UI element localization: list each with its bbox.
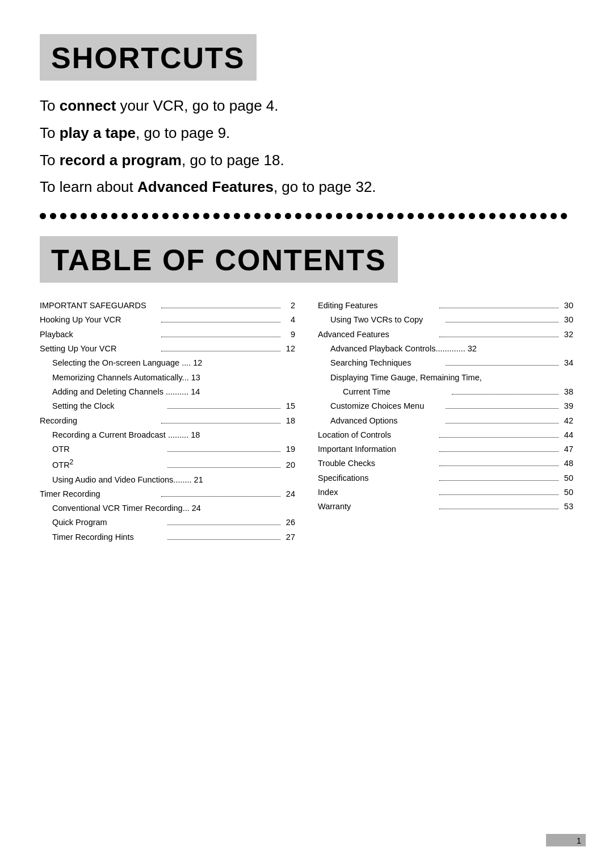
dot — [489, 213, 496, 219]
page-number-box: 1 — [546, 834, 586, 846]
toc-dots — [167, 451, 280, 452]
toc-label: Current Time — [343, 386, 450, 397]
toc-entry-memorizing-channels: Memorizing Channels Automatically... 13 — [40, 372, 295, 383]
toc-label: Timer Recording — [40, 488, 159, 500]
dot — [213, 213, 220, 219]
toc-entry-timer-hints: Timer Recording Hints 27 — [40, 531, 295, 543]
dot — [224, 213, 230, 219]
toc-label: Trouble Checks — [318, 458, 437, 469]
toc-label: IMPORTANT SAFEGUARDS — [40, 300, 159, 311]
toc-entry-specifications: Specifications 50 — [318, 472, 573, 484]
toc-page: 30 — [561, 300, 573, 311]
toc-dots — [446, 365, 559, 366]
dot — [183, 213, 189, 219]
toc-dots — [167, 539, 280, 540]
dot — [408, 213, 414, 219]
toc-page: 53 — [561, 501, 573, 512]
dot — [397, 213, 404, 219]
shortcut-bold-2: play a tape — [60, 124, 136, 141]
toc-label: Setting the Clock — [52, 400, 165, 412]
dot — [367, 213, 373, 219]
shortcut-line-4: To learn about Advanced Features, go to … — [40, 178, 573, 197]
toc-label: Using Two VCRs to Copy — [330, 314, 443, 325]
dot — [356, 213, 363, 219]
toc-dots — [161, 337, 280, 337]
toc-label: Advanced Features — [318, 329, 437, 340]
dot — [142, 213, 148, 219]
dot — [81, 213, 87, 219]
dot — [60, 213, 66, 219]
dot — [193, 213, 199, 219]
toc-entry-audio-video: Using Audio and Video Functions........ … — [40, 474, 295, 485]
toc-entry-current-time: Current Time 38 — [318, 386, 573, 397]
toc-entry-conventional-vcr: Conventional VCR Timer Recording... 24 — [40, 502, 295, 514]
dot — [152, 213, 158, 219]
toc-columns: IMPORTANT SAFEGUARDS 2 Hooking Up Your V… — [40, 300, 573, 546]
shortcut-lines: To connect your VCR, go to page 4. To pl… — [40, 97, 573, 197]
toc-dots — [439, 466, 559, 466]
dot — [438, 213, 444, 219]
toc-dots — [161, 322, 280, 322]
toc-label: Displaying Time Gauge, Remaining Time, — [330, 372, 573, 383]
toc-page: 30 — [561, 314, 573, 325]
toc-label: Index — [318, 487, 437, 498]
toc-dots — [161, 423, 280, 423]
toc-label: Advanced Options — [330, 415, 443, 426]
toc-page: 19 — [283, 443, 295, 455]
toc-entry-advanced-features: Advanced Features 32 — [318, 329, 573, 340]
dot — [561, 213, 567, 219]
dot — [111, 213, 117, 219]
toc-dots — [446, 322, 559, 322]
dot — [316, 213, 322, 219]
dot — [540, 213, 547, 219]
dot — [132, 213, 138, 219]
toc-label: Location of Controls — [318, 429, 437, 441]
toc-section: TABLE OF CONTENTS IMPORTANT SAFEGUARDS 2… — [40, 236, 573, 546]
dot — [121, 213, 128, 219]
dot — [336, 213, 342, 219]
toc-label: Recording a Current Broadcast ......... … — [52, 429, 295, 441]
dot — [479, 213, 485, 219]
toc-entry-two-vcrs: Using Two VCRs to Copy 30 — [318, 314, 573, 325]
dot — [254, 213, 261, 219]
toc-entry-quick-program: Quick Program 26 — [40, 517, 295, 528]
toc-label: OTR2 — [52, 458, 165, 471]
toc-left-column: IMPORTANT SAFEGUARDS 2 Hooking Up Your V… — [40, 300, 295, 546]
dot — [234, 213, 240, 219]
dot — [346, 213, 352, 219]
toc-dots — [439, 437, 559, 438]
toc-page: 12 — [283, 343, 295, 354]
shortcuts-title-box: SHORTCUTS — [40, 34, 257, 81]
dot — [203, 213, 209, 219]
toc-page: 39 — [561, 400, 573, 412]
shortcut-bold-1: connect — [60, 97, 116, 114]
toc-entry-otr2: OTR2 20 — [40, 458, 295, 471]
toc-label: Advanced Playback Controls............. … — [330, 343, 573, 354]
toc-page: 18 — [283, 415, 295, 426]
dot — [244, 213, 250, 219]
toc-page: 27 — [283, 531, 295, 543]
toc-entry-searching: Searching Techniques 34 — [318, 357, 573, 368]
page-number: 1 — [577, 836, 581, 845]
toc-label: Searching Techniques — [330, 357, 443, 368]
toc-entry-important-info: Important Information 47 — [318, 443, 573, 455]
toc-entry-onscreen-lang: Selecting the On-screen Language .... 12 — [40, 357, 295, 368]
toc-page: 15 — [283, 400, 295, 412]
toc-page: 34 — [561, 357, 573, 368]
toc-dots — [446, 408, 559, 409]
dot — [520, 213, 526, 219]
toc-dots — [439, 480, 559, 481]
dot — [459, 213, 465, 219]
toc-title-box: TABLE OF CONTENTS — [40, 236, 398, 283]
toc-label: Setting Up Your VCR — [40, 343, 159, 354]
toc-page: 48 — [561, 458, 573, 469]
dot — [264, 213, 271, 219]
toc-title: TABLE OF CONTENTS — [51, 244, 387, 276]
toc-entry-time-gauge: Displaying Time Gauge, Remaining Time, — [318, 372, 573, 383]
toc-page: 4 — [283, 314, 295, 325]
toc-entry-current-broadcast: Recording a Current Broadcast ......... … — [40, 429, 295, 441]
toc-label: Memorizing Channels Automatically... 13 — [52, 372, 295, 383]
dot — [428, 213, 434, 219]
toc-dots — [167, 467, 280, 468]
dot — [510, 213, 516, 219]
